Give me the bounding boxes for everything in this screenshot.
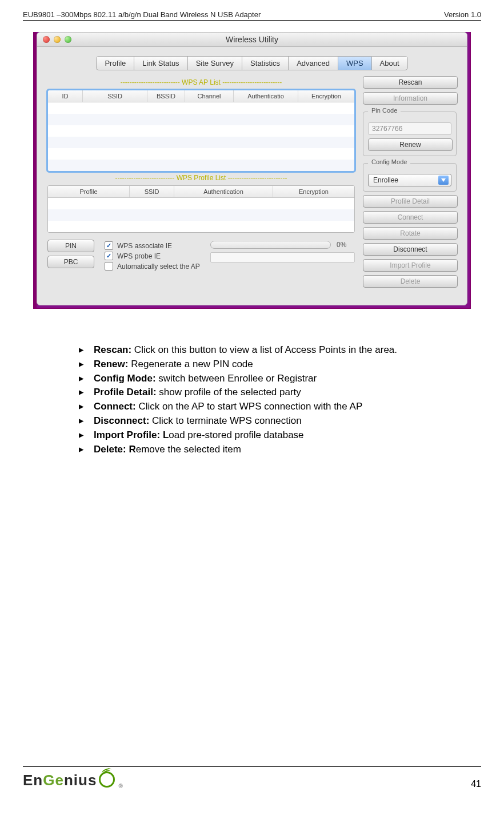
- chk-label: Automatically select the AP: [117, 263, 200, 271]
- tab-profile[interactable]: Profile: [96, 56, 134, 70]
- logo-mark-icon: [99, 772, 115, 788]
- profile-list-title: -------------------------- WPS Profile L…: [47, 174, 355, 182]
- col-encryption: Encryption: [298, 90, 354, 102]
- rescan-button[interactable]: Rescan: [363, 76, 458, 89]
- pin-code-value: 32767766: [368, 122, 451, 135]
- config-mode-group: Config Mode Enrollee: [363, 163, 457, 192]
- import-profile-button[interactable]: Import Profile: [363, 259, 458, 272]
- chk-label: WPS associate IE: [117, 242, 172, 250]
- rotate-button[interactable]: Rotate: [363, 227, 458, 240]
- col-bssid: BSSID: [147, 90, 185, 102]
- header-right: Version 1.0: [444, 10, 481, 19]
- col-auth: Authenticatio: [234, 90, 298, 102]
- col-prof-enc: Encryption: [273, 186, 354, 197]
- list-item: Import Profile: Load pre-stored profile …: [94, 428, 453, 442]
- wps-profile-list-table[interactable]: Profile SSID Authentication Encryption: [47, 185, 355, 233]
- progress-bar: [210, 241, 331, 249]
- list-item: Config Mode: switch between Enrollee or …: [94, 372, 453, 385]
- list-item: Delete: Remove the selected item: [94, 443, 453, 456]
- tab-statistics[interactable]: Statistics: [242, 56, 288, 70]
- col-channel: Channel: [185, 90, 234, 102]
- status-box: [210, 252, 355, 263]
- page-footer: EnGenius ® 41: [23, 766, 481, 789]
- config-mode-label: Config Mode: [368, 158, 410, 165]
- col-ssid: SSID: [83, 90, 147, 102]
- zoom-icon[interactable]: [65, 36, 71, 43]
- pbc-button[interactable]: PBC: [47, 256, 94, 268]
- chk-label: WPS probe IE: [117, 252, 161, 260]
- page-number: 41: [471, 779, 481, 789]
- profile-detail-button[interactable]: Profile Detail: [363, 195, 458, 208]
- list-item: Disconnect: Click to terminate WPS conne…: [94, 414, 453, 428]
- window-controls: [43, 36, 71, 43]
- ap-list-body: [48, 102, 354, 171]
- tab-link-status[interactable]: Link Status: [134, 56, 187, 70]
- wps-ap-list-table[interactable]: ID SSID BSSID Channel Authenticatio Encr…: [47, 90, 355, 172]
- information-button[interactable]: Information: [363, 92, 458, 105]
- profile-list-body: [48, 198, 354, 232]
- header-rule: [23, 20, 481, 21]
- col-prof-auth: Authentication: [174, 186, 273, 197]
- description-list: Rescan: Click on this button to view a l…: [74, 343, 453, 456]
- delete-button[interactable]: Delete: [363, 275, 458, 288]
- tab-wps[interactable]: WPS: [338, 56, 371, 70]
- ap-list-title: -------------------------- WPS AP List -…: [47, 78, 355, 86]
- connect-button[interactable]: Connect: [363, 211, 458, 224]
- list-item: Profile Detail: show profile of the sele…: [94, 385, 453, 399]
- screenshot-frame: Wireless Utility Profile Link Status Sit…: [33, 32, 471, 309]
- config-mode-select[interactable]: Enrollee: [368, 174, 451, 186]
- col-id: ID: [48, 90, 83, 102]
- tab-about[interactable]: About: [371, 56, 408, 70]
- window-titlebar: Wireless Utility: [37, 33, 467, 47]
- checkbox-icon: [105, 262, 113, 271]
- pin-button[interactable]: PIN: [47, 240, 94, 252]
- pin-code-label: Pin Code: [368, 107, 401, 114]
- tab-advanced[interactable]: Advanced: [288, 56, 338, 70]
- engenius-logo: EnGenius ®: [23, 772, 123, 789]
- checkbox-icon: [105, 252, 113, 260]
- chk-wps-associate-ie[interactable]: WPS associate IE: [105, 241, 200, 250]
- chevron-down-icon: [438, 176, 449, 185]
- minimize-icon[interactable]: [54, 36, 61, 43]
- page-header: EUB9801 –300Mbps 802.11 a/b/g/n Dual Ban…: [23, 10, 481, 19]
- checkbox-icon: [105, 241, 113, 250]
- tab-site-survey[interactable]: Site Survey: [187, 56, 242, 70]
- disconnect-button[interactable]: Disconnect: [363, 243, 458, 256]
- list-item: Connect: Click on the AP to start WPS co…: [94, 400, 453, 414]
- config-mode-value: Enrollee: [373, 176, 398, 184]
- window-title: Wireless Utility: [37, 35, 467, 44]
- ap-list-header: ID SSID BSSID Channel Authenticatio Encr…: [48, 90, 354, 102]
- chk-auto-select-ap[interactable]: Automatically select the AP: [105, 262, 200, 271]
- list-item: Rescan: Click on this button to view a l…: [94, 343, 453, 357]
- col-prof-ssid: SSID: [130, 186, 174, 197]
- list-item: Renew: Regenerate a new PIN code: [94, 357, 453, 371]
- close-icon[interactable]: [43, 36, 50, 43]
- profile-list-header: Profile SSID Authentication Encryption: [48, 186, 354, 198]
- tab-bar: Profile Link Status Site Survey Statisti…: [47, 56, 457, 70]
- pin-code-group: Pin Code 32767766 Renew: [363, 112, 457, 156]
- chk-wps-probe-ie[interactable]: WPS probe IE: [105, 252, 200, 260]
- col-profile: Profile: [48, 186, 130, 197]
- renew-button[interactable]: Renew: [368, 138, 453, 151]
- wireless-utility-window: Wireless Utility Profile Link Status Sit…: [37, 32, 467, 305]
- progress-value: 0%: [337, 241, 355, 249]
- header-left: EUB9801 –300Mbps 802.11 a/b/g/n Dual Ban…: [23, 10, 261, 19]
